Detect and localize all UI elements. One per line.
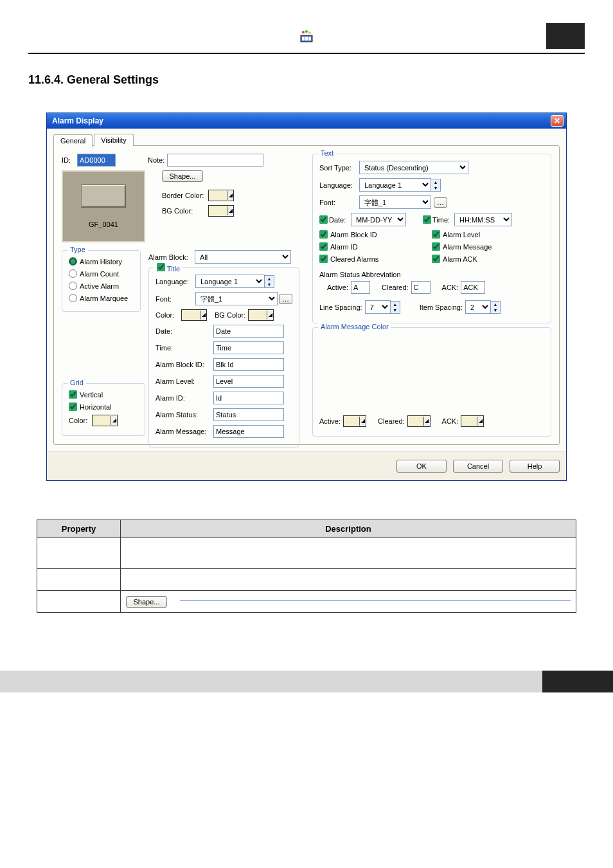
title-status-input[interactable]	[213, 408, 284, 421]
note-label: Note:	[148, 156, 164, 164]
svg-rect-1	[302, 37, 305, 41]
title-language-label: Language:	[155, 278, 195, 285]
abbrev-ack-label: ACK:	[442, 284, 459, 291]
title-level-input[interactable]	[213, 375, 284, 388]
text-font-more[interactable]: …	[434, 197, 447, 208]
abbrev-cleared-input[interactable]	[411, 281, 431, 294]
bg-color-picker[interactable]: ◢	[208, 205, 234, 217]
th-property: Property	[37, 520, 121, 538]
msgcolor-active-picker[interactable]: ◢	[343, 415, 366, 427]
title-color-label: Color:	[155, 311, 181, 319]
title-language-combo[interactable]: Language 1	[195, 275, 265, 288]
radio-alarm-count[interactable]	[69, 269, 77, 278]
svg-rect-3	[308, 37, 311, 41]
item-spacing-combo[interactable]: 2	[465, 300, 491, 314]
title-blkid-input[interactable]	[213, 358, 284, 371]
check-cleared-alarms[interactable]	[319, 255, 328, 263]
msg-color-legend: Alarm Message Color	[318, 323, 391, 330]
date-combo[interactable]: MM-DD-YY	[351, 213, 406, 226]
th-description: Description	[121, 520, 576, 538]
abbrev-ack-input[interactable]	[461, 281, 485, 294]
radio-active-alarm[interactable]	[69, 282, 77, 290]
header-right-block	[546, 23, 585, 49]
abbrev-active-label: Active:	[327, 284, 348, 291]
border-color-label: Border Color:	[162, 192, 208, 199]
abbrev-label: Alarm Status Abbreviation	[319, 271, 544, 278]
shape-button[interactable]: Shape...	[162, 170, 203, 182]
table-shape-button[interactable]: Shape...	[126, 596, 167, 608]
line-spacing-spinner[interactable]: ▲▼	[391, 301, 400, 314]
sort-type-combo[interactable]: Status (Descending)	[359, 161, 468, 174]
footer-bar	[0, 671, 613, 692]
alarm-block-combo[interactable]: All	[195, 250, 291, 264]
radio-alarm-history[interactable]	[69, 257, 77, 266]
title-date-input[interactable]	[213, 325, 284, 338]
ok-button[interactable]: OK	[396, 460, 447, 473]
radio-alarm-marquee[interactable]	[69, 294, 77, 302]
msgcolor-cleared-label: Cleared:	[378, 417, 405, 425]
table-underline	[180, 601, 571, 601]
title-bgcolor-picker[interactable]: ◢	[248, 309, 274, 321]
title-status-label: Alarm Status:	[155, 411, 213, 419]
property-table: Property Description Shape...	[37, 520, 576, 613]
section-heading: 11.6.4. General Settings	[28, 73, 585, 87]
note-input[interactable]	[167, 154, 263, 167]
msgcolor-cleared-picker[interactable]: ◢	[407, 415, 431, 427]
msgcolor-ack-label: ACK:	[442, 417, 459, 425]
svg-rect-2	[305, 37, 308, 41]
grid-color-label: Color:	[69, 417, 92, 424]
grid-color-picker[interactable]: ◢	[92, 415, 118, 426]
title-bgcolor-label: BG Color:	[215, 311, 245, 319]
msgcolor-ack-picker[interactable]: ◢	[461, 415, 484, 427]
title-time-input[interactable]	[213, 341, 284, 354]
item-spacing-spinner[interactable]: ▲▼	[491, 301, 501, 314]
svg-point-4	[302, 31, 305, 33]
line-spacing-combo[interactable]: 7	[365, 300, 391, 314]
app-icon	[298, 27, 315, 45]
title-alarmid-input[interactable]	[213, 392, 284, 404]
shape-preview: GF_0041	[62, 170, 145, 242]
title-date-label: Date:	[155, 327, 213, 335]
grid-vertical-check[interactable]	[69, 390, 77, 399]
close-button[interactable]: ✕	[551, 115, 564, 127]
title-checkbox[interactable]	[157, 263, 165, 271]
item-spacing-label: Item Spacing:	[420, 303, 463, 311]
type-legend: Type	[67, 246, 88, 253]
title-font-combo[interactable]: 字體_1	[195, 292, 278, 305]
cancel-button[interactable]: Cancel	[453, 460, 503, 473]
date-label: Date:	[329, 216, 351, 224]
text-language-spinner[interactable]: ▲▼	[431, 179, 441, 192]
time-check[interactable]	[423, 215, 431, 224]
svg-point-6	[308, 32, 311, 34]
time-label: Time:	[432, 216, 454, 224]
title-language-spinner[interactable]: ▲▼	[265, 275, 274, 288]
title-level-label: Alarm Level:	[155, 377, 213, 385]
text-legend: Text	[318, 149, 336, 157]
line-spacing-label: Line Spacing:	[319, 303, 362, 311]
time-combo[interactable]: HH:MM:SS	[454, 213, 512, 226]
title-font-label: Font:	[155, 295, 195, 303]
title-color-picker[interactable]: ◢	[181, 309, 207, 321]
check-alarm-block-id[interactable]	[319, 230, 328, 239]
help-button[interactable]: Help	[510, 460, 560, 473]
msgcolor-active-label: Active:	[319, 417, 341, 425]
border-color-picker[interactable]: ◢	[208, 190, 234, 201]
text-language-combo[interactable]: Language 1	[359, 178, 431, 192]
text-language-label: Language:	[319, 181, 359, 189]
id-input[interactable]	[77, 154, 116, 167]
date-check[interactable]	[319, 215, 328, 224]
check-alarm-level[interactable]	[432, 230, 440, 239]
grid-legend: Grid	[67, 379, 86, 386]
check-alarm-message[interactable]	[432, 242, 440, 251]
title-message-input[interactable]	[213, 425, 284, 438]
text-font-label: Font:	[319, 199, 359, 206]
text-font-combo[interactable]: 字體_1	[359, 195, 431, 209]
check-alarm-ack[interactable]	[432, 255, 440, 263]
check-alarm-id[interactable]	[319, 242, 328, 251]
abbrev-active-input[interactable]	[351, 281, 370, 294]
tab-visibility[interactable]: Visibility	[94, 134, 134, 146]
title-font-more[interactable]: …	[279, 294, 292, 304]
sort-type-label: Sort Type:	[319, 164, 359, 172]
grid-horizontal-check[interactable]	[69, 402, 77, 411]
tab-general[interactable]: General	[53, 134, 93, 147]
